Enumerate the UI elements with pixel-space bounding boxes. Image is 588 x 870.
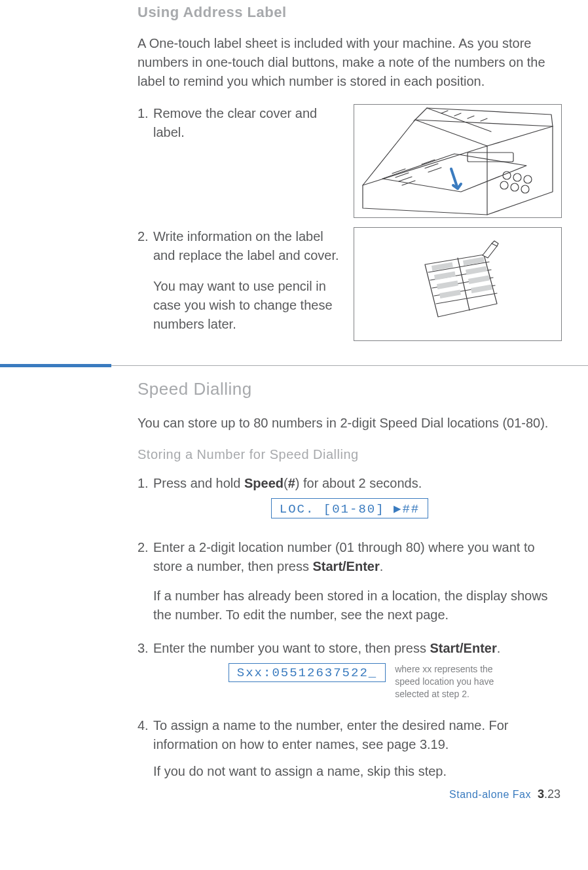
lcd-display-2: Sxx:05512637522_ [229,663,386,682]
svg-point-3 [524,175,532,183]
key-hash: # [288,476,295,490]
step-number: 1. [138,474,153,493]
step-number: 2. [138,538,153,576]
footer-page-number: 3.23 [538,788,560,801]
speed-step-2-extra: If a number has already been stored in a… [153,587,562,625]
intro-paragraph: A One-touch label sheet is included with… [138,34,562,91]
step-number: 4. [138,716,153,754]
svg-point-1 [503,172,511,179]
heading-speed-dialling: Speed Dialling [138,379,562,399]
footer-section-label: Stand-alone Fax [449,789,531,801]
svg-point-5 [511,183,519,191]
step-2: 2. Write information on the label and re… [138,227,342,265]
step-text: Press and hold Speed(#) for about 2 seco… [153,474,562,493]
subheading-storing: Storing a Number for Speed Dialling [138,447,562,462]
t: . [380,559,384,573]
section-divider [0,364,588,367]
svg-point-4 [500,181,508,189]
t: Enter the number you want to store, then… [153,641,430,655]
step-text: To assign a name to the number, enter th… [153,716,562,754]
key-start-enter: Start/Enter [312,559,379,573]
speed-intro: You can store up to 80 numbers in 2-digi… [138,414,562,433]
svg-point-2 [513,173,521,181]
figure-label-sheet [354,227,562,341]
step-text: Enter a 2-digit location number (01 thro… [153,538,562,576]
speed-step-4-extra: If you do not want to assign a name, ski… [153,762,562,781]
step-text: Enter the number you want to store, then… [153,639,562,658]
page-footer: Stand-alone Fax 3.23 [138,788,562,801]
lcd-2-note: where xx represents the speed location y… [395,663,519,700]
heading-using-address-label: Using Address Label [138,4,562,21]
step-number: 3. [138,639,153,658]
t: Press and hold [153,476,244,490]
svg-point-6 [521,185,529,193]
speed-step-4: 4. To assign a name to the number, enter… [138,716,562,754]
key-start-enter: Start/Enter [430,641,496,655]
step-1: 1. Remove the clear cover and label. [138,104,342,142]
footer-chapter: 3 [538,788,544,801]
step-text: Remove the clear cover and label. [153,104,342,142]
step-number: 1. [138,104,153,142]
t: . [497,641,501,655]
step-number: 2. [138,227,153,265]
footer-page-rest: .23 [544,788,560,801]
step-2-extra: You may want to use pencil in case you w… [153,277,342,334]
figure-fax-machine [354,104,562,218]
speed-step-2: 2. Enter a 2-digit location number (01 t… [138,538,562,576]
step-text: Write information on the label and repla… [153,227,342,265]
key-speed: Speed [244,476,284,490]
speed-step-3: 3. Enter the number you want to store, t… [138,639,562,658]
speed-step-1: 1. Press and hold Speed(#) for about 2 s… [138,474,562,493]
lcd-display-1: LOC. [01-80] ▶## [271,498,428,518]
t: ) for about 2 seconds. [295,476,422,490]
t: ( [284,476,288,490]
